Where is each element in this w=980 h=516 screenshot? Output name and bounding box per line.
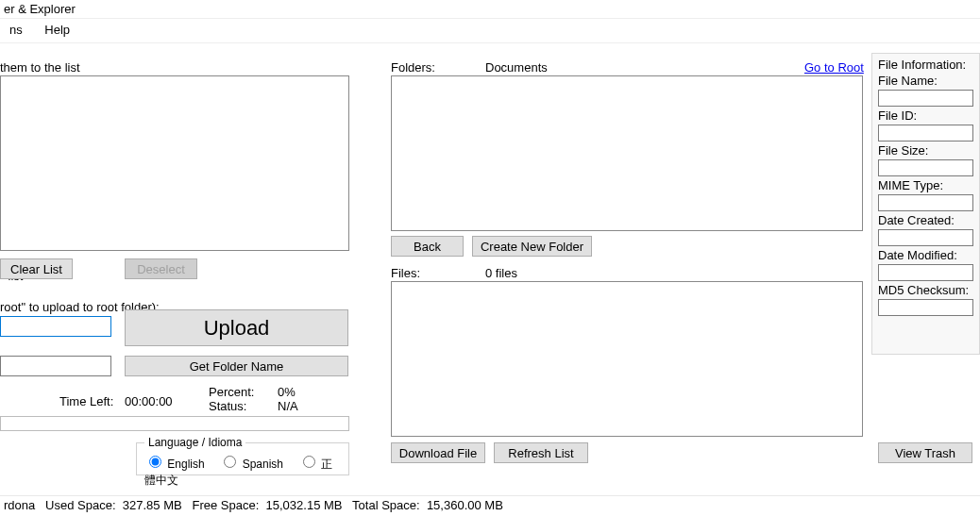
progress-bar [0,416,349,431]
time-left-label: Time Left: [59,394,113,408]
md5-value[interactable] [878,299,973,316]
status-used-label: Used Space: [45,498,115,512]
status-total-value: 15,360.00 MB [427,498,503,512]
deselect-button: Deselect [125,258,197,279]
file-info-heading: File Information: [878,58,973,72]
window-title: er & Explorer [4,2,76,16]
refresh-list-button[interactable]: Refresh List [494,442,588,463]
get-folder-name-button[interactable]: Get Folder Name [125,356,348,376]
files-listbox[interactable] [391,281,863,437]
file-info-panel: File Information: File Name: File ID: Fi… [871,53,980,355]
menu-bar: ns Help [0,19,980,43]
go-to-root-link[interactable]: Go to Root [804,60,864,75]
upload-button[interactable]: Upload [125,309,348,346]
status-total-label: Total Space: [352,498,420,512]
current-folder-name: Documents [485,60,548,75]
status-user: rdona [4,498,35,512]
mime-type-label: MIME Type: [878,178,973,192]
file-name-value[interactable] [878,90,973,107]
status-bar: rdona Used Space: 327.85 MB Free Space: … [0,495,980,516]
status-free-label: Free Space: [192,498,259,512]
date-modified-value[interactable] [878,264,973,281]
date-created-label: Date Created: [878,213,973,227]
percent-label: Percent: [209,385,254,399]
upload-file-list[interactable] [0,75,349,251]
status-used-value: 327.85 MB [123,498,182,512]
md5-label: MD5 Checksum: [878,283,973,297]
status-value: N/A [278,399,298,413]
file-id-label: File ID: [878,108,973,123]
clear-list-button[interactable]: Clear List [0,258,73,279]
menu-item-help[interactable]: Help [35,23,79,37]
lang-spanish-radio[interactable]: Spanish [219,458,283,471]
create-new-folder-button[interactable]: Create New Folder [472,236,592,257]
menu-item-options[interactable]: ns [0,23,32,37]
folders-listbox[interactable] [391,75,863,231]
date-created-value[interactable] [878,229,973,246]
status-label: Status: [209,399,246,413]
file-size-value[interactable] [878,159,973,176]
time-left-value: 00:00:00 [125,394,173,408]
drop-files-hint: them to the list [0,60,80,75]
status-free-value: 15,032.15 MB [266,498,343,512]
date-modified-label: Date Modified: [878,248,973,262]
lang-english-radio[interactable]: English [144,458,205,471]
download-file-button[interactable]: Download File [391,442,485,463]
window-title-bar: er & Explorer [0,0,980,19]
back-button[interactable]: Back [391,236,464,257]
files-count: 0 files [485,266,517,280]
file-size-label: File Size: [878,143,973,158]
view-trash-button[interactable]: View Trash [878,442,972,463]
file-name-label: File Name: [878,74,973,88]
mime-type-value[interactable] [878,194,973,211]
percent-value: 0% [278,385,296,399]
target-folder-input[interactable] [0,316,111,337]
language-legend: Language / Idioma [144,436,245,449]
folder-name-output[interactable] [0,356,111,376]
language-group: Language / Idioma English Spanish 正體中文 [136,436,349,475]
file-id-value[interactable] [878,125,973,141]
files-label: Files: [391,266,420,280]
folders-label: Folders: [391,60,435,75]
